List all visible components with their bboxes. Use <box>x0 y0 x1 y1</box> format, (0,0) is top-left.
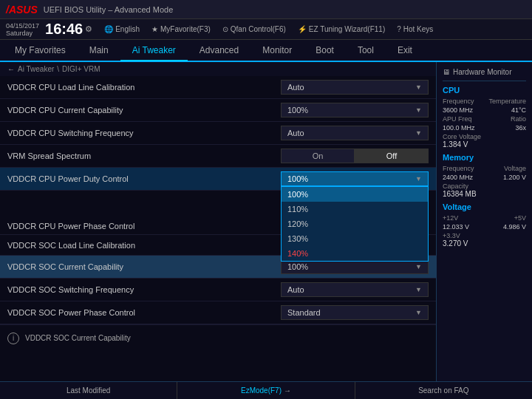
setting-label-vddcr-cpu-current: VDDCR CPU Current Capability <box>7 106 281 115</box>
setting-label-vddcr-cpu-switching: VDDCR CPU Switching Frequency <box>7 129 281 137</box>
lightning-icon: ⚡ <box>298 25 307 33</box>
last-modified-section: Last Modified <box>0 382 177 399</box>
tab-exit[interactable]: Exit <box>386 40 424 61</box>
nav-tabs: My Favorites Main Ai Tweaker Advanced Mo… <box>0 40 532 62</box>
setting-row-vrm-spread: VRM Spread Spectrum On Off <box>0 145 436 168</box>
clock-display: 16:46 <box>45 21 83 38</box>
tab-my-favorites[interactable]: My Favorites <box>3 40 78 61</box>
dropdown-arrow-icon: ▼ <box>415 106 422 114</box>
dropdown-option-110[interactable]: 110% <box>282 202 428 216</box>
monitor-icon: 🖥 <box>443 68 450 76</box>
breadcrumb-sep: \ <box>57 65 59 73</box>
setting-control-vddcr-soc-current: 100% ▼ <box>281 259 429 274</box>
tab-boot[interactable]: Boot <box>304 40 346 61</box>
hw-mem-capacity-label: Capacity <box>443 183 526 190</box>
tab-advanced[interactable]: Advanced <box>188 40 250 61</box>
dropdown-vddcr-cpu-load[interactable]: Auto ▼ <box>281 80 429 95</box>
setting-row-vddcr-cpu-load: VDDCR CPU Load Line Calibration Auto ▼ <box>0 76 436 99</box>
setting-label-vddcr-cpu-power-phase: VDDCR CPU Power Phase Control <box>7 222 281 231</box>
setting-label-vddcr-soc-current: VDDCR SOC Current Capability <box>7 262 281 271</box>
hw-cpu-apu-value: 100.0 MHz <box>443 124 475 132</box>
date-display: 04/15/2017 Saturday <box>6 22 39 37</box>
ez-tuning-btn[interactable]: ⚡ EZ Tuning Wizard(F11) <box>298 25 385 33</box>
hw-mem-capacity-value: 16384 MB <box>443 190 526 198</box>
english-btn[interactable]: 🌐 English <box>104 25 140 33</box>
search-faq-section[interactable]: Search on FAQ <box>355 382 532 399</box>
dropdown-vddcr-soc-current[interactable]: 100% ▼ <box>281 259 429 274</box>
hw-volt-33-value: 3.270 V <box>443 239 526 248</box>
info-area: i VDDCR SOC Current Capability <box>0 324 436 351</box>
dropdown-option-140[interactable]: 140% <box>282 246 428 261</box>
hw-cpu-apu-row: APU Freq Ratio <box>443 115 526 123</box>
hw-volt-12-value: 12.033 V <box>443 223 469 231</box>
settings-list: VDDCR CPU Load Line Calibration Auto ▼ V… <box>0 76 436 324</box>
dropdown-arrow-icon: ▼ <box>415 83 422 91</box>
myfavorites-btn[interactable]: ★ MyFavorite(F3) <box>151 25 211 33</box>
question-icon: ? <box>397 25 401 33</box>
hw-cpu-freq-value: 3600 MHz <box>443 106 473 114</box>
hw-cpu-apu-val-row: 100.0 MHz 36x <box>443 124 526 132</box>
hw-mem-freq-val-row: 2400 MHz 1.200 V <box>443 174 526 181</box>
dropdown-arrow-icon: ▼ <box>415 286 422 293</box>
main-layout: ← Ai Tweaker \ DIGI+ VRM VDDCR CPU Load … <box>0 62 532 381</box>
setting-label-vddcr-soc-power-phase: VDDCR SOC Power Phase Control <box>7 308 281 317</box>
dropdown-popup-power-duty: 100% 110% 120% 130% 140% <box>281 186 429 262</box>
dropdown-vddcr-soc-switching[interactable]: Auto ▼ <box>281 282 429 297</box>
dropdown-vddcr-cpu-power-duty[interactable]: 100% ▼ <box>281 171 429 186</box>
dropdown-arrow-icon: ▼ <box>415 263 422 270</box>
right-panel: 🖥 Hardware Monitor CPU Frequency Tempera… <box>436 62 532 381</box>
hw-volt-12-row: +12V +5V <box>443 214 526 222</box>
ez-mode-section[interactable]: EzMode(F7) → <box>177 382 355 399</box>
hw-volt-12-val-row: 12.033 V 4.986 V <box>443 223 526 231</box>
setting-label-vddcr-soc-load: VDDCR SOC Load Line Calibration <box>7 241 281 250</box>
setting-control-vddcr-cpu-current: 100% ▼ <box>281 103 429 117</box>
tab-main[interactable]: Main <box>78 40 120 61</box>
qfan-btn[interactable]: ⊙ Qfan Control(F6) <box>222 25 286 33</box>
asus-logo: /ASUS <box>6 4 38 16</box>
hw-cpu-ratio-label: Ratio <box>511 115 526 123</box>
toggle-on-btn[interactable]: On <box>281 149 355 163</box>
hw-cpu-freq-val-row: 3600 MHz 41°C <box>443 106 526 114</box>
dropdown-option-100[interactable]: 100% <box>282 187 428 202</box>
dropdown-arrow-icon: ▼ <box>415 129 422 137</box>
breadcrumb-sub: DIGI+ VRM <box>62 65 100 73</box>
globe-icon: 🌐 <box>104 25 113 33</box>
hw-volt-5-label: +5V <box>514 214 526 222</box>
hw-mem-volt-value: 1.200 V <box>503 174 526 181</box>
setting-control-vddcr-cpu-switching: Auto ▼ <box>281 126 429 140</box>
dropdown-vddcr-soc-power-phase[interactable]: Standard ▼ <box>281 305 429 320</box>
hw-volt-5-value: 4.986 V <box>503 223 526 231</box>
hw-mem-freq-value: 2400 MHz <box>443 174 473 181</box>
tab-monitor[interactable]: Monitor <box>250 40 304 61</box>
hw-mem-freq-label: Frequency <box>443 165 474 172</box>
hw-monitor-title: 🖥 Hardware Monitor <box>443 65 526 81</box>
top-bar: /ASUS UEFI BIOS Utility – Advanced Mode <box>0 0 532 19</box>
search-faq-text: Search on FAQ <box>418 386 468 395</box>
hw-cpu-section-title: CPU <box>443 86 526 95</box>
star-icon: ★ <box>151 25 158 33</box>
dropdown-arrow-icon: ▼ <box>415 309 422 316</box>
setting-control-vddcr-soc-switching: Auto ▼ <box>281 282 429 297</box>
hw-memory-section-title: Memory <box>443 153 526 162</box>
breadcrumb-root: Ai Tweaker <box>18 65 54 73</box>
left-panel: ← Ai Tweaker \ DIGI+ VRM VDDCR CPU Load … <box>0 62 436 381</box>
setting-label-vddcr-cpu-power-duty: VDDCR CPU Power Duty Control <box>7 174 281 183</box>
setting-control-vrm-spread: On Off <box>281 149 429 163</box>
dropdown-vddcr-cpu-current[interactable]: 100% ▼ <box>281 103 429 117</box>
settings-gear-icon[interactable]: ⚙ <box>85 24 92 34</box>
back-arrow-icon: ← <box>7 65 15 73</box>
info-icon: i <box>7 332 19 344</box>
dropdown-option-120[interactable]: 120% <box>282 216 428 231</box>
toggle-off-btn[interactable]: Off <box>355 149 429 163</box>
dropdown-vddcr-cpu-switching[interactable]: Auto ▼ <box>281 126 429 140</box>
setting-row-vddcr-cpu-switching: VDDCR CPU Switching Frequency Auto ▼ <box>0 122 436 145</box>
setting-row-vddcr-soc-power-phase: VDDCR SOC Power Phase Control Standard ▼ <box>0 301 436 324</box>
dropdown-option-130[interactable]: 130% <box>282 231 428 246</box>
tab-ai-tweaker[interactable]: Ai Tweaker <box>120 41 188 61</box>
tab-tool[interactable]: Tool <box>346 40 386 61</box>
hw-mem-freq-row: Frequency Voltage <box>443 165 526 172</box>
hot-keys-btn[interactable]: ? Hot Keys <box>397 25 433 33</box>
ez-mode-label: EzMode(F7) <box>241 386 282 395</box>
hw-cpu-core-voltage-label: Core Voltage <box>443 133 526 140</box>
dropdown-arrow-icon: ▼ <box>415 175 422 183</box>
